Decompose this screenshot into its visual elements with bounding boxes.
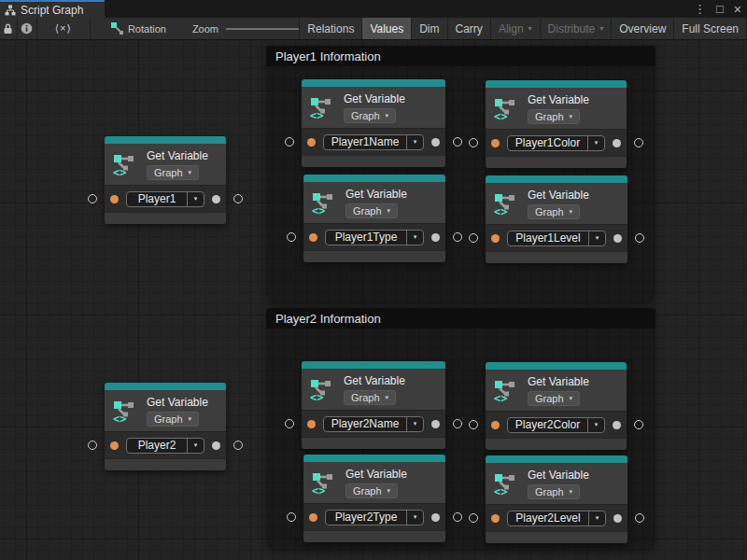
variable-value-port[interactable] <box>110 441 119 450</box>
variable-dropdown[interactable]: Player1Color ▾ <box>507 135 605 151</box>
node-color-bar <box>303 455 445 462</box>
output-port[interactable] <box>634 138 643 147</box>
node-header[interactable]: <> Get Variable Graph ▾ <box>486 88 627 129</box>
variable-dropdown[interactable]: Player1Name ▾ <box>323 134 424 150</box>
input-port[interactable] <box>285 137 294 147</box>
graph-kind-dropdown[interactable]: Graph ▾ <box>344 390 396 405</box>
variable-value-port[interactable] <box>307 420 316 428</box>
node-header[interactable]: <> Get Variable Graph ▾ <box>105 144 226 185</box>
input-port[interactable] <box>287 512 296 522</box>
toolbar-button-values[interactable]: Values <box>362 18 412 39</box>
node-header[interactable]: <> Get Variable Graph ▾ <box>486 183 627 224</box>
tab-script-graph[interactable]: Script Graph <box>0 0 105 18</box>
variable-dropdown[interactable]: Player1Level ▾ <box>507 231 606 246</box>
toolbar-button-align[interactable]: Align▾ <box>491 18 541 39</box>
input-port[interactable] <box>469 513 478 523</box>
toolbar-button-distribute[interactable]: Distribute▾ <box>541 18 613 39</box>
group-header[interactable]: Player2 Information <box>266 308 655 329</box>
get-variable-node[interactable]: <> Get Variable Graph ▾ Player2Level ▾ <box>486 455 627 543</box>
angle-x-button[interactable]: ⟨×⟩ <box>37 18 91 39</box>
variable-dropdown[interactable]: Player2Level ▾ <box>507 511 606 526</box>
output-value-port[interactable] <box>613 514 622 523</box>
get-variable-node[interactable]: <> Get Variable Graph ▾ Player1Level ▾ <box>486 175 627 263</box>
variable-value-port[interactable] <box>307 138 316 147</box>
output-port[interactable] <box>453 232 462 242</box>
close-icon[interactable]: × <box>734 3 741 16</box>
get-variable-node[interactable]: <> Get Variable Graph ▾ Player1Color ▾ <box>486 80 627 168</box>
node-header[interactable]: <> Get Variable Graph ▾ <box>486 370 627 411</box>
node-header[interactable]: <> Get Variable Graph ▾ <box>105 390 226 431</box>
info-button[interactable] <box>18 18 37 39</box>
output-value-port[interactable] <box>613 234 622 243</box>
get-variable-node[interactable]: <> Get Variable Graph ▾ Player2Name ▾ <box>302 361 445 449</box>
more-icon[interactable]: ⋮ <box>694 3 706 15</box>
maximize-icon[interactable]: □ <box>716 3 724 15</box>
get-variable-node[interactable]: <> Get Variable Graph ▾ Player1 ▾ <box>105 136 226 224</box>
output-port[interactable] <box>233 441 243 450</box>
graph-kind-dropdown[interactable]: Graph ▾ <box>345 483 398 498</box>
input-port[interactable] <box>88 194 97 203</box>
graph-kind-dropdown[interactable]: Graph ▾ <box>528 204 580 219</box>
variable-value-port[interactable] <box>491 514 500 523</box>
get-variable-node[interactable]: <> Get Variable Graph ▾ Player1Name ▾ <box>302 79 445 167</box>
toolbar-button-full-screen[interactable]: Full Screen <box>674 18 747 39</box>
graph-kind-dropdown[interactable]: Graph ▾ <box>344 108 396 123</box>
output-value-port[interactable] <box>613 139 621 147</box>
output-value-port[interactable] <box>431 138 440 147</box>
node-header[interactable]: <> Get Variable Graph ▾ <box>302 87 445 128</box>
variable-dropdown[interactable]: Player1 ▾ <box>126 191 204 207</box>
input-port[interactable] <box>287 232 296 242</box>
graph-canvas[interactable]: Player1 Information Player2 Information … <box>0 40 747 560</box>
graph-kind-dropdown[interactable]: Graph ▾ <box>528 484 580 499</box>
graph-kind-dropdown[interactable]: Graph ▾ <box>147 165 199 180</box>
variable-value-port[interactable] <box>309 233 317 242</box>
output-port[interactable] <box>634 420 643 429</box>
input-port[interactable] <box>469 420 478 429</box>
toolbar-button-carry[interactable]: Carry <box>448 18 491 39</box>
get-variable-node[interactable]: <> Get Variable Graph ▾ Player1Type ▾ <box>303 175 445 262</box>
input-port[interactable] <box>88 441 97 450</box>
output-value-port[interactable] <box>212 195 220 203</box>
get-variable-node[interactable]: <> Get Variable Graph ▾ Player2Type ▾ <box>303 455 445 542</box>
lock-button[interactable] <box>0 18 18 39</box>
input-port[interactable] <box>469 138 478 147</box>
graph-kind-dropdown[interactable]: Graph ▾ <box>147 412 199 427</box>
output-value-port[interactable] <box>431 420 440 428</box>
variable-value-port[interactable] <box>309 513 317 522</box>
input-port[interactable] <box>285 419 294 428</box>
variable-dropdown[interactable]: Player2Color ▾ <box>507 417 605 433</box>
get-variable-node[interactable]: <> Get Variable Graph ▾ Player2Color ▾ <box>486 362 627 450</box>
input-port[interactable] <box>469 233 478 243</box>
output-port[interactable] <box>453 419 462 428</box>
graph-kind-dropdown[interactable]: Graph ▾ <box>345 203 398 218</box>
output-port[interactable] <box>635 513 644 523</box>
toolbar-button-dim[interactable]: Dim <box>412 18 447 39</box>
output-port[interactable] <box>233 194 243 203</box>
get-variable-node[interactable]: <> Get Variable Graph ▾ Player2 ▾ <box>105 383 226 470</box>
output-value-port[interactable] <box>431 233 440 242</box>
variable-value-port[interactable] <box>491 139 500 147</box>
graph-kind-dropdown[interactable]: Graph ▾ <box>528 391 580 406</box>
toolbar-button-overview[interactable]: Overview <box>612 18 674 39</box>
graph-kind-dropdown[interactable]: Graph ▾ <box>528 109 580 124</box>
variable-dropdown[interactable]: Player1Type ▾ <box>325 230 424 245</box>
zoom-slider-track[interactable] <box>226 28 300 30</box>
variable-dropdown[interactable]: Player2Type ▾ <box>325 510 424 525</box>
node-header[interactable]: <> Get Variable Graph ▾ <box>486 463 627 504</box>
variable-value-port[interactable] <box>110 195 119 203</box>
group-header[interactable]: Player1 Information <box>266 46 655 66</box>
output-port[interactable] <box>635 233 644 243</box>
output-port[interactable] <box>453 512 462 522</box>
variable-dropdown[interactable]: Player2Name ▾ <box>323 416 424 432</box>
toolbar-button-relations[interactable]: Relations <box>300 18 362 39</box>
variable-value-port[interactable] <box>491 421 500 429</box>
output-value-port[interactable] <box>212 441 220 450</box>
variable-value-port[interactable] <box>491 234 500 243</box>
node-header[interactable]: <> Get Variable Graph ▾ <box>303 462 445 503</box>
output-value-port[interactable] <box>613 421 621 429</box>
output-value-port[interactable] <box>431 513 440 522</box>
variable-dropdown[interactable]: Player2 ▾ <box>126 438 204 454</box>
node-header[interactable]: <> Get Variable Graph ▾ <box>303 182 445 223</box>
node-header[interactable]: <> Get Variable Graph ▾ <box>302 369 445 410</box>
output-port[interactable] <box>453 137 462 147</box>
